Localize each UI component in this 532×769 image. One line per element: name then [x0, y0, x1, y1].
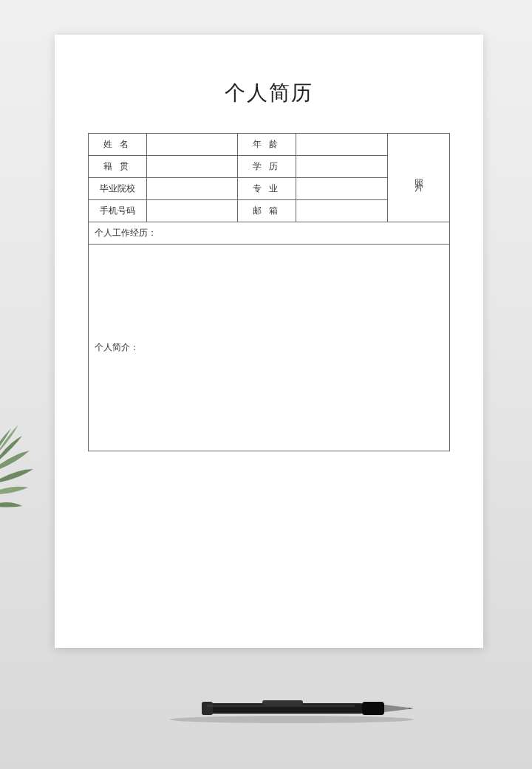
email-label: 邮箱 — [238, 200, 296, 222]
svg-rect-5 — [207, 705, 355, 707]
name-value[interactable] — [146, 134, 238, 156]
origin-label: 籍贯 — [89, 156, 147, 178]
photo-label: 照片 — [411, 171, 427, 180]
svg-rect-4 — [262, 700, 303, 705]
age-label: 年龄 — [238, 134, 296, 156]
profile-section[interactable]: 个人简介： — [89, 245, 450, 451]
age-value[interactable] — [296, 134, 388, 156]
email-value[interactable] — [296, 200, 388, 222]
table-row: 个人工作经历： — [89, 222, 450, 245]
education-value[interactable] — [296, 156, 388, 178]
name-label: 姓名 — [89, 134, 147, 156]
origin-value[interactable] — [146, 156, 238, 178]
resume-table: 姓名 年龄 照片 籍贯 学历 毕业院校 专业 手机号码 邮箱 — [88, 133, 450, 451]
table-row: 个人简介： — [89, 245, 450, 451]
leaf-decoration-icon — [0, 399, 52, 532]
education-label: 学历 — [238, 156, 296, 178]
work-experience-section[interactable]: 个人工作经历： — [89, 222, 450, 245]
svg-rect-1 — [203, 703, 366, 714]
document-page: 个人简历 姓名 年龄 照片 籍贯 学历 毕业院校 专业 手机号码 邮箱 — [55, 35, 483, 648]
school-label: 毕业院校 — [89, 178, 147, 200]
table-row: 姓名 年龄 照片 — [89, 134, 450, 156]
major-value[interactable] — [296, 178, 388, 200]
photo-placeholder[interactable]: 照片 — [387, 134, 449, 222]
school-value[interactable] — [146, 178, 238, 200]
work-experience-label: 个人工作经历： — [95, 228, 157, 238]
pen-decoration-icon — [166, 694, 417, 724]
major-label: 专业 — [238, 178, 296, 200]
svg-rect-3 — [362, 702, 384, 715]
profile-label: 个人简介： — [95, 342, 139, 352]
phone-value[interactable] — [146, 200, 238, 222]
svg-point-0 — [170, 716, 414, 723]
page-title: 个人简历 — [88, 79, 450, 107]
phone-label: 手机号码 — [89, 200, 147, 222]
svg-rect-2 — [202, 702, 213, 715]
